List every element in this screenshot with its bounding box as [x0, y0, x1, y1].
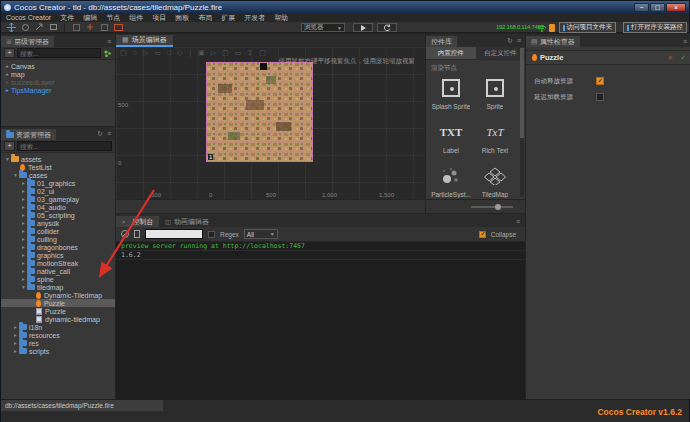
node-canvas[interactable]: ▸Canvas	[1, 62, 115, 70]
world-coord-toggle-icon[interactable]	[113, 23, 123, 32]
refresh-icon[interactable]: ↻	[97, 130, 103, 138]
log-line: 1.6.2	[116, 251, 525, 260]
revert-icon[interactable]: ✕	[667, 54, 673, 62]
scene-splitter[interactable]	[116, 199, 426, 213]
asset-folder-assets[interactable]: ▾assets	[1, 155, 115, 163]
asset-folder[interactable]: ▸motionStreak	[1, 259, 115, 267]
asset-folder-tiledmap[interactable]: ▾tiledmap	[1, 283, 115, 291]
open-project-folder-button[interactable]: 访问项目文件夹	[559, 22, 616, 33]
asset-folder[interactable]: ▸05_scripting	[1, 211, 115, 219]
menu-panel[interactable]: 面板	[175, 13, 189, 23]
node-map[interactable]: ▸map	[1, 70, 115, 78]
menu-help[interactable]: 帮助	[274, 13, 288, 23]
open-log-file-icon[interactable]	[134, 230, 140, 238]
library-scrollbar[interactable]	[520, 48, 524, 197]
local-coord-toggle-icon[interactable]	[99, 23, 109, 32]
asset-folder[interactable]: ▸02_ui	[1, 187, 115, 195]
node-tipsmanager[interactable]: ▸TipsManager	[1, 86, 115, 94]
tab-animation-editor[interactable]: ◫ 动画编辑器	[159, 216, 215, 227]
anchor-toggle-icon[interactable]	[85, 23, 95, 32]
current-scene-path: db://assets/cases/tiledmap/Puzzle.fire	[1, 400, 163, 411]
asset-folder[interactable]: ▸graphics	[1, 251, 115, 259]
refresh-icon[interactable]: ↻	[507, 37, 513, 45]
menu-app[interactable]: Cocos Creator	[6, 14, 51, 21]
panel-menu-icon[interactable]: ≡	[107, 38, 111, 45]
asset-folder[interactable]: ▸culling	[1, 235, 115, 243]
close-button[interactable]: ×	[666, 3, 686, 12]
preview-target-dropdown[interactable]: 浏览器 ▼	[301, 23, 345, 32]
tab-console[interactable]: >_ 控制台	[116, 216, 159, 227]
ruler-x-tick: 500	[266, 192, 276, 198]
asset-folder[interactable]: ▸native_call	[1, 267, 115, 275]
assets-search-input[interactable]	[17, 141, 112, 151]
add-asset-button[interactable]: +	[4, 141, 15, 151]
panel-menu-icon[interactable]: ≡	[517, 37, 521, 45]
rect-tool-icon[interactable]	[48, 23, 58, 32]
menu-edit[interactable]: 编辑	[83, 13, 97, 23]
asset-folder[interactable]: ▸03_gameplay	[1, 195, 115, 203]
tab-scene-editor[interactable]: ▦ 场景编辑器	[116, 35, 173, 47]
asset-scene-puzzle-selected[interactable]: Puzzle	[1, 299, 115, 307]
panel-menu-icon[interactable]: ≡	[683, 38, 687, 45]
menu-layout[interactable]: 布局	[198, 13, 212, 23]
asset-folder[interactable]: ▸04_audio	[1, 203, 115, 211]
asset-folder[interactable]: ▸01_graphics	[1, 179, 115, 187]
collapse-checkbox[interactable]	[479, 231, 486, 238]
open-install-path-button[interactable]: 打开程序安装路径	[623, 22, 687, 33]
pivot-toggle-icon[interactable]	[71, 23, 81, 32]
play-button[interactable]	[353, 23, 373, 32]
tilemap-preview[interactable]: 1	[206, 62, 313, 162]
hierarchy-search-input[interactable]	[17, 48, 101, 58]
clear-logs-icon[interactable]	[121, 230, 129, 238]
filter-icon[interactable]	[103, 49, 112, 58]
asset-folder[interactable]: ▸scripts	[1, 347, 115, 355]
library-item-sprite[interactable]: Sprite	[473, 75, 517, 119]
node-succeedlayer[interactable]: ▸succeedLayer	[1, 78, 115, 86]
ruler-y-tick: 0	[118, 160, 121, 166]
panel-menu-icon[interactable]: ≡	[107, 130, 111, 138]
console-log-area[interactable]: preview server running at http://localho…	[116, 242, 525, 399]
folder-icon	[563, 24, 565, 31]
add-node-button[interactable]: +	[4, 48, 15, 58]
move-tool-icon[interactable]	[6, 23, 16, 32]
library-item-label[interactable]: TXT Label	[429, 119, 473, 163]
asset-folder[interactable]: ▸dragonbones	[1, 243, 115, 251]
tab-custom-controls[interactable]: 自定义控件	[476, 47, 526, 59]
library-item-richtext[interactable]: TxT Rich Text	[473, 119, 517, 163]
tab-builtin-controls[interactable]: 内置控件	[426, 47, 476, 59]
menu-component[interactable]: 组件	[129, 13, 143, 23]
tab-library[interactable]: 控件库	[426, 36, 457, 47]
regex-checkbox[interactable]	[208, 231, 215, 238]
asset-scene-dynamic-tiledmap[interactable]: Dynamic-Tiledmap	[1, 291, 115, 299]
auto-release-checkbox[interactable]	[596, 77, 604, 85]
menu-file[interactable]: 文件	[60, 13, 74, 23]
label-icon: TXT	[438, 119, 464, 145]
apply-icon[interactable]: ✓	[680, 54, 686, 62]
asset-folder-cases[interactable]: ▾cases	[1, 171, 115, 179]
menu-node[interactable]: 节点	[106, 13, 120, 23]
icon-zoom-slider[interactable]	[471, 206, 513, 208]
panel-menu-icon[interactable]: ≡	[516, 218, 525, 227]
tab-inspector[interactable]: ▤ 属性检查器	[526, 36, 580, 47]
gizmo-icon: ▢	[120, 49, 127, 57]
asset-folder[interactable]: ▸collider	[1, 227, 115, 235]
tab-hierarchy[interactable]: ≣ 层级管理器	[1, 36, 54, 47]
menu-extension[interactable]: 扩展	[221, 13, 235, 23]
menu-developer[interactable]: 开发者	[244, 13, 265, 23]
rotate-tool-icon[interactable]	[20, 23, 30, 32]
scene-viewport[interactable]: ▢○▷ ▭□◇ ∣▣▷ ▢▭↧▢ 使用鼠标右键平移视窗焦点，使用滚轮缩放视窗	[116, 47, 425, 199]
refresh-button[interactable]	[377, 23, 397, 32]
asset-file-puzzle[interactable]: Puzzle	[1, 307, 115, 315]
log-level-dropdown[interactable]: All ▼	[244, 229, 278, 239]
notification-badge-icon[interactable]	[549, 24, 555, 32]
tab-assets[interactable]: 资源管理器	[1, 129, 56, 140]
scale-tool-icon[interactable]	[34, 23, 44, 32]
asset-folder[interactable]: ▸anysdk	[1, 219, 115, 227]
maximize-button[interactable]: □	[650, 3, 665, 12]
async-load-checkbox[interactable]	[596, 93, 604, 101]
library-item-splash-sprite[interactable]: Splash Sprite	[429, 75, 473, 119]
menu-project[interactable]: 项目	[152, 13, 166, 23]
asset-folder[interactable]: ▸spine	[1, 275, 115, 283]
console-filter-input[interactable]	[145, 229, 203, 239]
minimize-button[interactable]: −	[634, 3, 649, 12]
